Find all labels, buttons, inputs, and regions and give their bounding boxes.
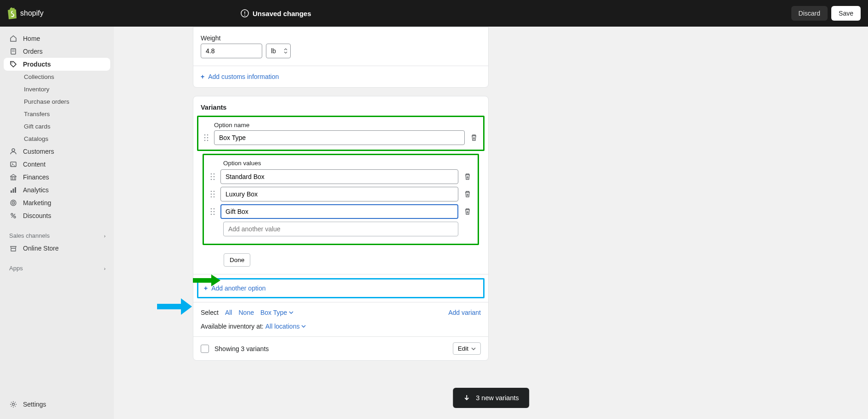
nav-orders[interactable]: Orders — [4, 45, 110, 58]
nav-customers[interactable]: Customers — [4, 145, 110, 158]
toast-text: 3 new variants — [476, 394, 519, 402]
svg-point-39 — [211, 208, 212, 210]
add-value-input[interactable] — [223, 222, 458, 236]
sales-channels-header: Sales channels › — [0, 229, 114, 242]
home-icon — [9, 35, 17, 42]
svg-point-24 — [207, 137, 209, 139]
svg-point-25 — [204, 140, 206, 141]
svg-point-41 — [211, 211, 212, 212]
chevron-down-icon — [471, 347, 476, 350]
nav-collections[interactable]: Collections — [4, 71, 110, 83]
svg-point-17 — [11, 213, 13, 215]
nav-label: Customers — [23, 148, 54, 155]
option-name-input[interactable] — [214, 130, 465, 145]
chevron-right-icon[interactable]: › — [104, 233, 106, 239]
drag-handle-icon[interactable] — [210, 208, 215, 215]
nav-label: Marketing — [23, 199, 51, 207]
nav-finances[interactable]: Finances — [4, 171, 110, 184]
gear-icon — [9, 401, 17, 408]
select-all[interactable]: All — [225, 309, 232, 316]
sidebar: Home Orders Products Collections Invento… — [0, 27, 114, 419]
topbar-actions: Discard Save — [791, 6, 861, 21]
filter-label: Box Type — [260, 309, 287, 316]
drag-handle-icon[interactable] — [204, 134, 209, 145]
svg-rect-46 — [157, 304, 181, 309]
svg-point-21 — [204, 134, 206, 136]
select-all-checkbox[interactable] — [201, 345, 209, 353]
discard-button[interactable]: Discard — [791, 6, 828, 21]
delete-option-button[interactable] — [470, 134, 478, 145]
tag-icon — [9, 61, 17, 68]
showing-text: Showing 3 variants — [214, 345, 269, 352]
nav-marketing[interactable]: Marketing — [4, 196, 110, 209]
nav-label: Online Store — [23, 245, 59, 252]
inventory-location-link[interactable]: All locations — [265, 323, 306, 330]
svg-rect-11 — [11, 190, 12, 193]
option-value-row — [210, 187, 471, 201]
variants-card: Variants Option name — [193, 96, 489, 361]
delete-value-button[interactable] — [464, 190, 471, 198]
edit-label: Edit — [458, 345, 468, 352]
nav-transfers[interactable]: Transfers — [4, 108, 110, 120]
nav-catalogs[interactable]: Catalogs — [4, 133, 110, 145]
nav-purchase-orders[interactable]: Purchase orders — [4, 95, 110, 108]
svg-rect-45 — [193, 278, 211, 283]
bars-icon — [9, 186, 17, 194]
done-button[interactable]: Done — [224, 253, 250, 267]
chevron-down-icon — [289, 311, 293, 314]
option-value-input-2[interactable] — [220, 204, 458, 219]
svg-rect-13 — [15, 187, 16, 193]
weight-input[interactable] — [201, 44, 262, 58]
svg-point-20 — [12, 403, 15, 406]
filter-boxtype[interactable]: Box Type — [260, 309, 293, 316]
nav-products[interactable]: Products — [4, 58, 110, 71]
chevron-right-icon[interactable]: › — [104, 266, 106, 271]
add-value-row — [210, 222, 471, 236]
unsaved-status: Unsaved changes — [241, 9, 311, 17]
save-button[interactable]: Save — [831, 6, 861, 21]
svg-point-44 — [214, 214, 215, 215]
nav-online-store[interactable]: Online Store — [4, 242, 110, 255]
nav-home[interactable]: Home — [4, 32, 110, 45]
option-value-input-1[interactable] — [220, 187, 458, 201]
drag-handle-icon[interactable] — [210, 173, 215, 180]
shopify-logo[interactable]: shopify — [7, 7, 52, 19]
add-variant-link[interactable]: Add variant — [448, 309, 481, 316]
svg-point-32 — [214, 179, 215, 180]
svg-point-29 — [211, 176, 212, 178]
nav-settings[interactable]: Settings — [4, 398, 110, 411]
trash-icon — [470, 134, 478, 141]
nav-content[interactable]: Content — [4, 158, 110, 171]
delete-value-button[interactable] — [464, 173, 471, 180]
option-values-group: Option values — [203, 154, 479, 245]
nav-analytics[interactable]: Analytics — [4, 184, 110, 196]
apps-header: Apps › — [0, 262, 114, 274]
nav-discounts[interactable]: Discounts — [4, 209, 110, 222]
nav-gift-cards[interactable]: Gift cards — [4, 120, 110, 133]
option-value-input-0[interactable] — [220, 169, 458, 184]
option-value-row — [210, 204, 471, 219]
select-none[interactable]: None — [238, 309, 254, 316]
svg-point-7 — [11, 62, 12, 63]
svg-point-31 — [211, 179, 212, 180]
add-customs-link[interactable]: Add customs information — [201, 73, 279, 80]
delete-value-button[interactable] — [464, 208, 471, 215]
variants-title: Variants — [201, 104, 481, 111]
nav-label: Orders — [23, 48, 43, 55]
drag-handle-icon[interactable] — [210, 190, 215, 198]
nav-label: Finances — [23, 173, 49, 181]
nav-label: Home — [23, 35, 40, 42]
alert-icon — [241, 9, 249, 17]
percent-icon — [9, 212, 17, 219]
weight-unit-select[interactable]: lb — [266, 44, 291, 58]
svg-point-34 — [214, 191, 215, 192]
done-row: Done — [193, 248, 488, 274]
edit-button[interactable]: Edit — [453, 342, 481, 355]
svg-point-33 — [211, 191, 212, 192]
status-text: Unsaved changes — [253, 10, 311, 17]
select-label: Select — [201, 309, 219, 316]
svg-point-8 — [12, 149, 15, 151]
svg-point-40 — [214, 208, 215, 210]
nav-inventory[interactable]: Inventory — [4, 83, 110, 95]
svg-point-35 — [211, 194, 212, 195]
